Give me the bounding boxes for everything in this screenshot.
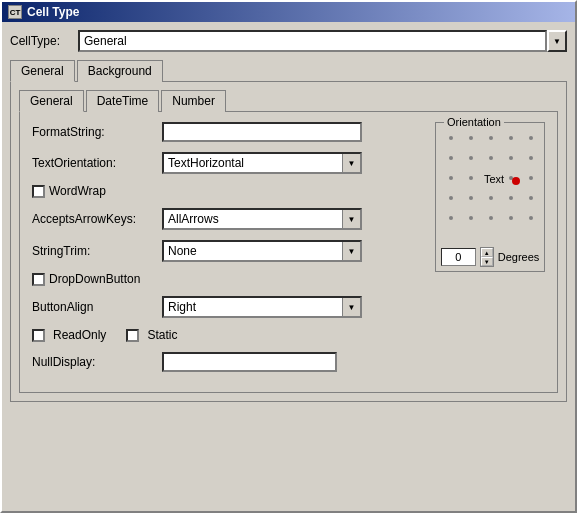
button-align-select[interactable]: Right — [164, 298, 342, 316]
orientation-canvas[interactable]: Text — [436, 123, 544, 243]
readonly-group: ReadOnly — [32, 328, 106, 342]
drop-down-button-label: DropDownButton — [49, 272, 140, 286]
svg-point-2 — [489, 136, 493, 140]
svg-text:Text: Text — [484, 173, 504, 185]
static-group: Static — [126, 328, 177, 342]
outer-tab-general[interactable]: General — [10, 60, 75, 82]
main-panel: General DateTime Number Orientation — [10, 81, 567, 402]
word-wrap-label: WordWrap — [49, 184, 106, 198]
svg-point-3 — [509, 136, 513, 140]
accepts-arrow-keys-dropdown-icon: ▼ — [348, 215, 356, 224]
text-orientation-label: TextOrientation: — [32, 156, 162, 170]
spin-up-btn[interactable]: ▲ — [481, 248, 493, 257]
drop-down-button-row: DropDownButton — [32, 272, 545, 286]
celltype-row: CellType: General ▼ — [10, 30, 567, 52]
button-align-dropdown-btn[interactable]: ▼ — [342, 298, 360, 316]
svg-point-0 — [449, 136, 453, 140]
spin-buttons: ▲ ▼ — [480, 247, 494, 267]
outer-tab-background[interactable]: Background — [77, 60, 163, 82]
format-string-label: FormatString: — [32, 125, 162, 139]
celltype-dropdown-btn[interactable]: ▼ — [547, 30, 567, 52]
svg-point-6 — [469, 156, 473, 160]
svg-point-18 — [489, 196, 493, 200]
spin-down-btn[interactable]: ▼ — [481, 257, 493, 266]
drop-down-button-checkbox[interactable] — [32, 273, 45, 286]
svg-point-14 — [529, 176, 533, 180]
text-orientation-dropdown-btn[interactable]: ▼ — [342, 154, 360, 172]
svg-point-24 — [509, 216, 513, 220]
svg-point-8 — [509, 156, 513, 160]
static-label: Static — [147, 328, 177, 342]
svg-point-25 — [529, 216, 533, 220]
orientation-degrees-row: ▲ ▼ Degrees — [436, 243, 544, 271]
celltype-select[interactable]: General — [78, 30, 547, 52]
inner-panel: Orientation — [19, 111, 558, 393]
svg-point-23 — [489, 216, 493, 220]
accepts-arrow-keys-label: AcceptsArrowKeys: — [32, 212, 162, 226]
string-trim-select-wrap: None ▼ — [162, 240, 362, 262]
null-display-row: NullDisplay: — [32, 352, 545, 372]
cell-type-window: CT Cell Type CellType: General ▼ General… — [0, 0, 577, 513]
null-display-label: NullDisplay: — [32, 355, 162, 369]
title-bar-label: Cell Type — [27, 5, 79, 19]
button-align-row: ButtonAlign Right ▼ — [32, 296, 545, 318]
string-trim-dropdown-btn[interactable]: ▼ — [342, 242, 360, 260]
celltype-dropdown-icon: ▼ — [553, 37, 561, 46]
word-wrap-checkbox[interactable] — [32, 185, 45, 198]
null-display-input[interactable] — [162, 352, 337, 372]
inner-tab-number[interactable]: Number — [161, 90, 226, 112]
svg-point-7 — [489, 156, 493, 160]
string-trim-label: StringTrim: — [32, 244, 162, 258]
svg-point-16 — [449, 196, 453, 200]
outer-tabs: General Background — [10, 60, 567, 82]
accepts-arrow-keys-dropdown-btn[interactable]: ▼ — [342, 210, 360, 228]
text-orientation-select[interactable]: TextHorizontal — [164, 154, 342, 172]
inner-tab-general[interactable]: General — [19, 90, 84, 112]
button-align-label: ButtonAlign — [32, 300, 162, 314]
text-orientation-select-wrap: TextHorizontal ▼ — [162, 152, 362, 174]
string-trim-dropdown-icon: ▼ — [348, 247, 356, 256]
degrees-label: Degrees — [498, 251, 540, 263]
button-align-select-wrap: Right ▼ — [162, 296, 362, 318]
svg-point-17 — [469, 196, 473, 200]
svg-point-11 — [469, 176, 473, 180]
svg-point-15 — [512, 177, 520, 185]
svg-point-5 — [449, 156, 453, 160]
svg-point-9 — [529, 156, 533, 160]
window-content: CellType: General ▼ General Background — [2, 22, 575, 410]
readonly-static-row: ReadOnly Static — [32, 328, 545, 342]
svg-point-4 — [529, 136, 533, 140]
accepts-arrow-keys-select-wrap: AllArrows ▼ — [162, 208, 362, 230]
text-orientation-dropdown-icon: ▼ — [348, 159, 356, 168]
orientation-svg: Text — [436, 123, 544, 243]
svg-point-20 — [529, 196, 533, 200]
readonly-checkbox[interactable] — [32, 329, 45, 342]
readonly-label: ReadOnly — [53, 328, 106, 342]
degrees-input[interactable] — [441, 248, 476, 266]
format-string-input[interactable] — [162, 122, 362, 142]
inner-tab-datetime[interactable]: DateTime — [86, 90, 160, 112]
static-checkbox[interactable] — [126, 329, 139, 342]
inner-tabs: General DateTime Number — [19, 90, 558, 112]
svg-point-1 — [469, 136, 473, 140]
accepts-arrow-keys-select[interactable]: AllArrows — [164, 210, 342, 228]
title-bar-icon: CT — [8, 5, 22, 19]
celltype-label: CellType: — [10, 34, 70, 48]
svg-point-21 — [449, 216, 453, 220]
title-bar: CT Cell Type — [2, 2, 575, 22]
svg-point-19 — [509, 196, 513, 200]
string-trim-select[interactable]: None — [164, 242, 342, 260]
svg-point-10 — [449, 176, 453, 180]
button-align-dropdown-icon: ▼ — [348, 303, 356, 312]
svg-point-22 — [469, 216, 473, 220]
celltype-select-wrap: General ▼ — [78, 30, 567, 52]
orientation-box: Orientation — [435, 122, 545, 272]
